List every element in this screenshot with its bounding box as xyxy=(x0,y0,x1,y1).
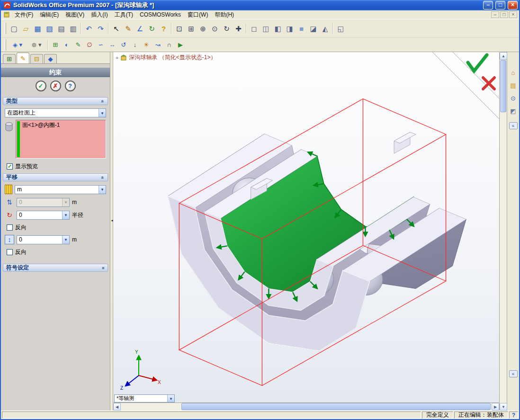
menu-item[interactable]: 视图(V) xyxy=(62,10,88,19)
wireframe[interactable]: ◻ xyxy=(248,23,260,35)
title-bar[interactable]: SolidWorks Office Premium 2007 - [深沟球轴承 … xyxy=(1,0,519,10)
dropdown-arrow-icon[interactable]: ▾ xyxy=(99,186,106,194)
chevron-down-icon[interactable]: « xyxy=(99,265,106,271)
rotate-component[interactable]: ↺ xyxy=(118,39,129,50)
insert-components[interactable]: ⊞ xyxy=(50,39,61,50)
section-header-type[interactable]: 类型 « xyxy=(3,97,108,105)
menu-item[interactable]: 插入(I) xyxy=(88,10,111,19)
menu-item[interactable]: 文件(F) xyxy=(11,10,36,19)
explode-line-sketch[interactable]: ↝ xyxy=(152,39,163,50)
shaded[interactable]: ■ xyxy=(296,23,307,35)
redo[interactable]: ↷ xyxy=(95,23,107,35)
mate[interactable]: ∽ xyxy=(95,39,107,50)
undo[interactable]: ↶ xyxy=(83,23,95,35)
horizontal-scroll-thumb[interactable] xyxy=(181,403,491,410)
smart-fasteners[interactable]: ↓ xyxy=(129,39,141,50)
chevron-up-icon[interactable]: « xyxy=(99,174,106,181)
axis-translation-combo[interactable]: 0 ▾ xyxy=(17,235,70,244)
select[interactable]: ↖ xyxy=(110,23,122,35)
rotate-view[interactable]: ↻ xyxy=(221,23,233,35)
minimize-button[interactable]: – xyxy=(483,1,493,9)
dropdown-arrow-icon[interactable]: ▾ xyxy=(167,395,174,402)
print[interactable]: ▤ xyxy=(55,23,67,35)
dropdown-arrow-icon[interactable]: ▾ xyxy=(62,236,69,244)
status-help-button[interactable]: ? xyxy=(509,411,518,419)
vertical-scrollbar[interactable]: ▲ ▼ xyxy=(499,52,507,411)
property-manager-tab[interactable]: ✎ xyxy=(17,53,29,63)
command-manager-dropdown[interactable]: ◈ ▾ xyxy=(8,39,27,50)
cancel-button[interactable]: ✗ xyxy=(50,80,61,91)
no-external-references[interactable]: ∅ xyxy=(84,39,95,50)
standard-views[interactable]: ◱ xyxy=(335,23,347,35)
ok-button[interactable]: ✓ xyxy=(36,80,46,91)
panel-splitter[interactable]: ◄ xyxy=(110,52,113,411)
smart-dimension[interactable]: ∠ xyxy=(134,23,146,35)
menu-item[interactable]: 编辑(E) xyxy=(36,10,62,19)
zoom-to-fit[interactable]: ⊡ xyxy=(173,23,185,35)
rebuild[interactable]: ↻ xyxy=(146,23,158,35)
toolbar-drag-handle[interactable] xyxy=(5,39,6,51)
open[interactable]: ▱ xyxy=(20,23,32,35)
task-pane-collapse-button-bottom[interactable]: « xyxy=(509,370,518,377)
scroll-down-button[interactable]: ▼ xyxy=(500,403,507,411)
print-preview[interactable]: ▥ xyxy=(67,23,79,35)
reverse-direction-checkbox[interactable]: ✓ xyxy=(7,224,13,231)
selection-filter-dropdown[interactable]: ⊚ ▾ xyxy=(27,39,46,50)
mdi-restore-button[interactable]: □ xyxy=(500,11,508,18)
menu-item[interactable]: 帮助(H) xyxy=(211,10,237,19)
show-preview-checkbox[interactable]: ✓ xyxy=(7,163,13,170)
simulation[interactable]: ▶ xyxy=(175,39,186,50)
horizontal-scroll-track[interactable] xyxy=(121,403,492,411)
scroll-up-button[interactable]: ▲ xyxy=(500,52,507,60)
file-explorer[interactable]: ⊙ xyxy=(508,93,518,103)
expand-tree-icon[interactable]: + xyxy=(116,55,118,61)
scroll-left-button[interactable]: ◀ xyxy=(113,403,121,411)
chevron-up-icon[interactable]: « xyxy=(99,98,106,105)
third-party-tab[interactable]: ◆ xyxy=(44,54,57,63)
section-header-translate[interactable]: 平移 « xyxy=(3,173,108,181)
close-button[interactable]: × xyxy=(508,1,518,9)
hide-show-components[interactable]: ◐ xyxy=(61,39,72,50)
menu-item[interactable]: 工具(T) xyxy=(111,10,136,19)
hidden-lines-visible[interactable]: ◫ xyxy=(260,23,272,35)
move-component[interactable]: ↔ xyxy=(107,39,118,50)
selected-face-entry[interactable]: 面<1>@内圈-1 xyxy=(22,121,60,129)
dropdown-arrow-icon[interactable]: ▾ xyxy=(62,211,69,219)
scroll-right-button[interactable]: ▶ xyxy=(492,403,499,411)
vertical-scroll-thumb[interactable] xyxy=(500,60,506,112)
edit-component[interactable]: ✎ xyxy=(72,39,84,50)
zoom-in-out[interactable]: ⊕ xyxy=(197,23,209,35)
zoom-to-selection[interactable]: ⊙ xyxy=(209,23,221,35)
hidden-lines-removed[interactable]: ◧ xyxy=(272,23,284,35)
dropdown-arrow-icon[interactable]: ▾ xyxy=(99,109,106,117)
exploded-view[interactable]: ✳ xyxy=(141,39,152,50)
menu-item[interactable]: 窗口(W) xyxy=(184,10,211,19)
selection-list-box[interactable]: 面<1>@内圈-1 xyxy=(16,120,106,159)
task-pane-collapse-button[interactable]: « xyxy=(509,122,518,129)
pan[interactable]: ✚ xyxy=(233,23,244,35)
design-library[interactable]: ▤ xyxy=(508,80,518,90)
graphics-viewport[interactable]: + 深沟球轴承 （简化<显示状态-1>） xyxy=(113,52,499,411)
axis-translation-icon[interactable]: ↕ xyxy=(5,235,14,244)
mdi-close-button[interactable]: × xyxy=(509,11,517,18)
constraint-type-combo[interactable]: 在圆柱面上 ▾ xyxy=(5,108,106,117)
configuration-manager-tab[interactable]: ⊟ xyxy=(30,54,43,63)
horizontal-scrollbar[interactable]: ◀ ▶ xyxy=(113,402,499,411)
confirm-ok-button[interactable] xyxy=(468,55,487,71)
section-view[interactable]: ◭ xyxy=(319,23,331,35)
unit-combo[interactable]: m ▾ xyxy=(15,185,106,194)
shaded-with-edges[interactable]: ◨ xyxy=(284,23,296,35)
options[interactable]: ? xyxy=(158,23,170,35)
maximize-button[interactable]: □ xyxy=(495,1,505,9)
shadows-in-shaded-mode[interactable]: ◪ xyxy=(307,23,319,35)
reverse-direction-checkbox[interactable]: ✓ xyxy=(7,249,13,255)
toolbar-drag-handle[interactable] xyxy=(5,23,6,34)
confirm-cancel-button[interactable] xyxy=(483,78,494,89)
new-document[interactable]: ▢ xyxy=(8,23,20,35)
distance-combo[interactable]: 0 ▾ xyxy=(17,198,70,207)
view-palette[interactable]: ◩ xyxy=(508,106,518,116)
view-orientation-combo[interactable]: *等轴测 ▾ xyxy=(114,394,175,402)
save-all[interactable]: ▧ xyxy=(44,23,55,35)
interference-detection[interactable]: ∩ xyxy=(163,39,175,50)
feature-manager-tab[interactable]: ⊞ xyxy=(3,54,16,63)
